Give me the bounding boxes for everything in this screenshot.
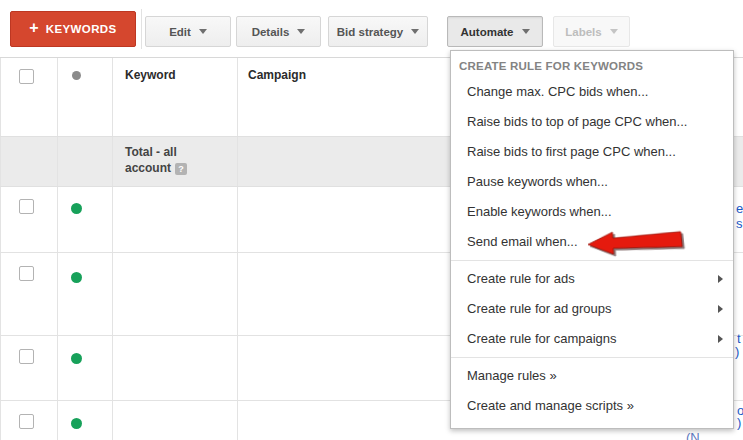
menu-item-raise-bids-first-page[interactable]: Raise bids to first page CPC when... bbox=[451, 137, 733, 167]
column-header-campaign[interactable]: Campaign bbox=[248, 68, 306, 82]
submenu-arrow-icon bbox=[718, 275, 723, 283]
menu-item-create-rule-ad-groups[interactable]: Create rule for ad groups bbox=[451, 294, 733, 324]
menu-item-enable-keywords[interactable]: Enable keywords when... bbox=[451, 197, 733, 227]
help-icon[interactable]: ? bbox=[175, 163, 187, 175]
select-all-checkbox[interactable] bbox=[19, 69, 34, 84]
red-arrow-annotation bbox=[586, 225, 685, 258]
labels-button: Labels bbox=[553, 16, 630, 47]
clipped-text-fragment: (N bbox=[686, 431, 700, 440]
chevron-down-icon bbox=[199, 29, 207, 34]
add-keywords-label: KEYWORDS bbox=[46, 23, 117, 35]
clipped-link-fragment: ) bbox=[737, 416, 741, 429]
status-enabled-dot[interactable] bbox=[71, 353, 82, 364]
menu-item-create-rule-campaigns[interactable]: Create rule for campaigns bbox=[451, 324, 733, 354]
automate-button[interactable]: Automate bbox=[447, 16, 543, 47]
status-enabled-dot[interactable] bbox=[71, 418, 82, 429]
menu-item-change-max-cpc[interactable]: Change max. CPC bids when... bbox=[451, 77, 733, 107]
automate-button-label: Automate bbox=[460, 26, 513, 38]
menu-section-header: CREATE RULE FOR KEYWORDS bbox=[451, 51, 733, 77]
row-checkbox[interactable] bbox=[19, 199, 34, 214]
chevron-down-icon bbox=[411, 29, 419, 34]
bid-strategy-button[interactable]: Bid strategy bbox=[328, 16, 428, 47]
menu-separator bbox=[451, 357, 733, 358]
chevron-down-icon bbox=[297, 29, 305, 34]
menu-item-label: Create rule for ad groups bbox=[467, 301, 612, 316]
clipped-link-fragment: ) bbox=[735, 345, 739, 358]
status-column-dot-icon bbox=[72, 71, 81, 80]
menu-item-label: Create rule for campaigns bbox=[467, 331, 617, 346]
status-enabled-dot[interactable] bbox=[71, 203, 82, 214]
chevron-down-icon bbox=[610, 29, 618, 34]
total-row-label: Total - all account? bbox=[125, 144, 187, 176]
menu-item-label: Create rule for ads bbox=[467, 271, 575, 286]
status-enabled-dot[interactable] bbox=[71, 272, 82, 283]
column-header-keyword[interactable]: Keyword bbox=[125, 68, 176, 82]
row-checkbox[interactable] bbox=[19, 349, 34, 364]
submenu-arrow-icon bbox=[718, 305, 723, 313]
add-keywords-button[interactable]: + KEYWORDS bbox=[10, 11, 136, 47]
menu-item-manage-rules[interactable]: Manage rules » bbox=[451, 361, 733, 391]
row-checkbox[interactable] bbox=[19, 266, 34, 281]
chevron-down-icon bbox=[522, 29, 530, 34]
menu-item-pause-keywords[interactable]: Pause keywords when... bbox=[451, 167, 733, 197]
edit-button-label: Edit bbox=[169, 26, 191, 38]
row-checkbox[interactable] bbox=[19, 414, 34, 429]
menu-separator bbox=[451, 260, 733, 261]
clipped-link-fragment: e bbox=[736, 202, 743, 215]
menu-item-create-rule-ads[interactable]: Create rule for ads bbox=[451, 264, 733, 294]
details-button[interactable]: Details bbox=[236, 16, 321, 47]
plus-icon: + bbox=[29, 20, 38, 36]
details-button-label: Details bbox=[252, 26, 290, 38]
clipped-link-fragment: s bbox=[736, 217, 743, 230]
menu-item-create-manage-scripts[interactable]: Create and manage scripts » bbox=[451, 391, 733, 421]
bid-strategy-button-label: Bid strategy bbox=[337, 26, 403, 38]
toolbar: + KEYWORDS Edit Details Bid strategy Aut… bbox=[0, 0, 743, 57]
menu-item-raise-bids-top-of-page[interactable]: Raise bids to top of page CPC when... bbox=[451, 107, 733, 137]
submenu-arrow-icon bbox=[718, 335, 723, 343]
toolbar-divider bbox=[141, 9, 142, 49]
labels-button-label: Labels bbox=[565, 26, 601, 38]
edit-button[interactable]: Edit bbox=[145, 16, 231, 47]
